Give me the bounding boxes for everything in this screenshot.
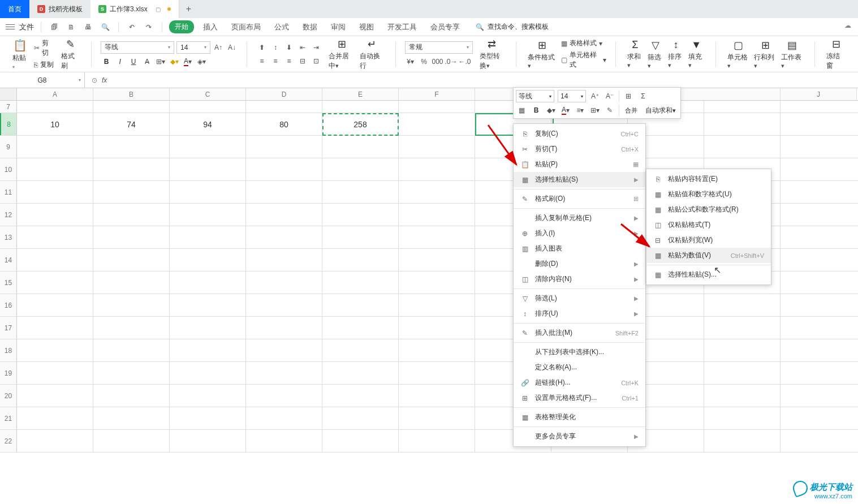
- cell[interactable]: [399, 339, 475, 361]
- bold-button[interactable]: B: [101, 56, 112, 67]
- context-menu-item[interactable]: ✎格式刷(O)⊞: [514, 191, 645, 206]
- cell[interactable]: [170, 158, 246, 180]
- context-menu-item[interactable]: ◫清除内容(N)▶: [514, 272, 645, 287]
- submenu-item[interactable]: ▦粘贴公式和数字格式(R): [646, 202, 771, 217]
- context-menu-item[interactable]: ⊞设置单元格格式(F)...Ctrl+1: [514, 390, 645, 406]
- sum-button[interactable]: Σ求和▾: [625, 39, 645, 69]
- cell[interactable]: [399, 430, 475, 452]
- row-header[interactable]: 18: [0, 339, 17, 361]
- submenu-item[interactable]: ⊟仅粘贴列宽(W): [646, 232, 771, 248]
- cell[interactable]: [246, 136, 322, 158]
- cell-style-button[interactable]: ▢ 单元格样式▾: [561, 50, 606, 70]
- cell[interactable]: [93, 181, 170, 203]
- row-header[interactable]: 9: [0, 136, 17, 158]
- cell[interactable]: [17, 181, 93, 203]
- align-mid-icon[interactable]: ↕: [270, 42, 281, 53]
- cell[interactable]: 258: [322, 113, 399, 135]
- cell[interactable]: [93, 407, 170, 429]
- mini-merge-label[interactable]: 合并: [623, 106, 640, 115]
- cell[interactable]: [322, 204, 399, 226]
- cell[interactable]: [322, 158, 399, 180]
- context-menu-item[interactable]: ⊕插入(I)▶: [514, 226, 645, 241]
- strike-button[interactable]: A̶: [141, 56, 153, 67]
- dec-dec-icon[interactable]: ←.0: [459, 56, 471, 67]
- cell[interactable]: [704, 339, 781, 361]
- cell[interactable]: [399, 407, 475, 429]
- mini-merge-icon[interactable]: ⊞: [623, 91, 634, 102]
- mini-border-button[interactable]: ⊞▾: [589, 105, 601, 116]
- cell[interactable]: [17, 226, 93, 248]
- freeze-button[interactable]: ⊟冻结窗: [824, 38, 848, 71]
- mini-fontcolor-button[interactable]: A▾: [560, 105, 571, 116]
- cell[interactable]: [93, 226, 170, 248]
- cell[interactable]: [17, 385, 93, 407]
- cell[interactable]: 10: [17, 113, 93, 135]
- row-header[interactable]: 14: [0, 249, 17, 271]
- italic-button[interactable]: I: [114, 56, 126, 67]
- cell[interactable]: [93, 158, 170, 180]
- submenu-item[interactable]: ▦粘贴值和数字格式(U): [646, 187, 771, 202]
- cell[interactable]: [399, 181, 475, 203]
- cell[interactable]: [17, 294, 93, 316]
- cell[interactable]: [93, 249, 170, 271]
- search-command[interactable]: 🔍 查找命令、搜索模板: [476, 22, 549, 32]
- cell[interactable]: [17, 272, 93, 294]
- ribbon-tab-view[interactable]: 视图: [355, 22, 378, 32]
- col-header-a[interactable]: A: [17, 88, 93, 100]
- cell[interactable]: [17, 101, 93, 113]
- ribbon-tab-review[interactable]: 审阅: [326, 22, 350, 32]
- cell[interactable]: [246, 181, 322, 203]
- cell[interactable]: 74: [93, 113, 170, 135]
- cell[interactable]: [322, 294, 399, 316]
- cell[interactable]: [93, 136, 170, 158]
- cell[interactable]: [399, 226, 475, 248]
- cell[interactable]: [246, 101, 322, 113]
- cell[interactable]: [246, 407, 322, 429]
- font-increase-icon[interactable]: A↑: [213, 42, 224, 53]
- orient-icon[interactable]: ⊡: [311, 55, 322, 67]
- rowcol-button[interactable]: ⊞行和列▾: [752, 39, 778, 70]
- row-header[interactable]: 17: [0, 317, 17, 339]
- row-header[interactable]: 10: [0, 158, 17, 180]
- cell[interactable]: [704, 101, 781, 113]
- font-name-select[interactable]: 等线▾: [101, 41, 174, 54]
- cell[interactable]: [399, 204, 475, 226]
- cell[interactable]: [399, 317, 475, 339]
- cell[interactable]: [704, 362, 781, 384]
- align-top-icon[interactable]: ⬆: [256, 42, 268, 53]
- ribbon-tab-data[interactable]: 数据: [298, 22, 322, 32]
- cell[interactable]: [170, 294, 246, 316]
- cell[interactable]: [246, 272, 322, 294]
- context-menu-item[interactable]: 🔗超链接(H)...Ctrl+K: [514, 375, 645, 390]
- hamburger-icon[interactable]: [6, 24, 15, 29]
- mini-inc-icon[interactable]: A⁺: [589, 91, 601, 102]
- align-left-icon[interactable]: ≡: [256, 55, 268, 67]
- cond-format-button[interactable]: ⊞条件格式▾: [525, 39, 559, 70]
- row-header[interactable]: 8: [0, 113, 17, 135]
- ribbon-tab-layout[interactable]: 页面布局: [227, 22, 265, 32]
- cell[interactable]: [93, 385, 170, 407]
- wrap-button[interactable]: ↵自动换行: [357, 38, 386, 71]
- col-header-b[interactable]: B: [93, 88, 170, 100]
- cell[interactable]: [246, 226, 322, 248]
- context-menu-item[interactable]: ⎘复制(C)Ctrl+C: [514, 126, 645, 141]
- cell[interactable]: [93, 294, 170, 316]
- mini-painter-button[interactable]: ✎: [604, 105, 615, 116]
- row-header[interactable]: 7: [0, 101, 17, 113]
- percent-icon[interactable]: %: [419, 56, 430, 67]
- cell[interactable]: [17, 204, 93, 226]
- cell[interactable]: [17, 407, 93, 429]
- cell[interactable]: [399, 294, 475, 316]
- cell[interactable]: [17, 339, 93, 361]
- mini-align-button[interactable]: ≡▾: [575, 105, 586, 116]
- save2-icon[interactable]: 🗎: [65, 21, 77, 33]
- align-right-icon[interactable]: ≡: [283, 55, 295, 67]
- fx-icon[interactable]: fx: [102, 76, 107, 84]
- context-menu-item[interactable]: ▽筛选(L)▶: [514, 291, 645, 306]
- cell[interactable]: [399, 101, 475, 113]
- cell[interactable]: [322, 407, 399, 429]
- cell[interactable]: [246, 249, 322, 271]
- cell[interactable]: [170, 101, 246, 113]
- row-header[interactable]: 16: [0, 294, 17, 316]
- mini-font-select[interactable]: 等线▾: [516, 90, 554, 102]
